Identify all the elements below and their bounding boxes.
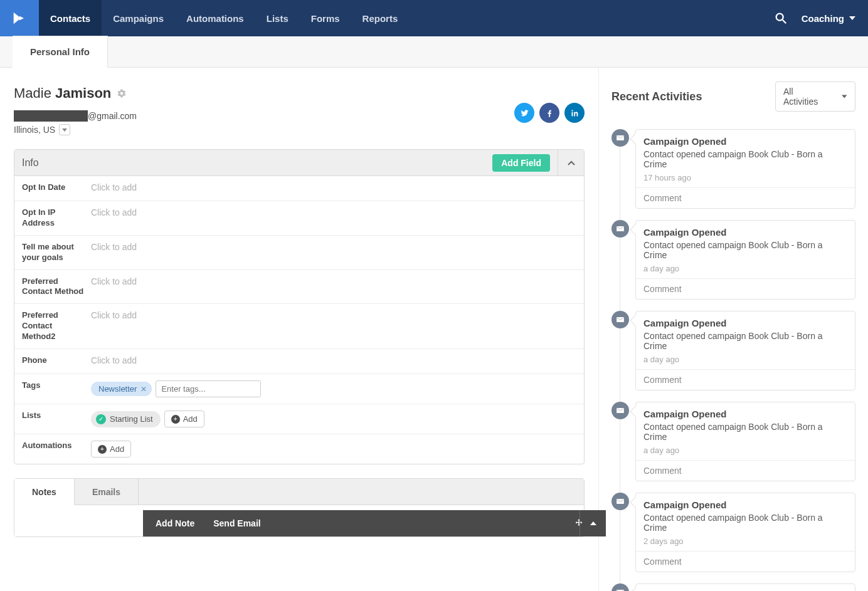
add-automation-button[interactable]: + Add (91, 441, 131, 458)
tab-personal-info[interactable]: Personal Info (13, 36, 108, 68)
info-label: Preferred Contact Method (22, 276, 91, 298)
lists-value: ✓ Starting List + Add (91, 411, 576, 427)
action-bar-right (566, 510, 593, 536)
notes-tabs: Notes Emails (14, 479, 584, 505)
nav-automations[interactable]: Automations (175, 0, 255, 36)
activity-body: Campaign OpenedContact opened campaign B… (636, 221, 855, 278)
info-value-input[interactable]: Click to add (91, 276, 576, 286)
action-bar: Add Note Send Email (143, 510, 606, 536)
twitter-icon (520, 108, 529, 118)
info-value-input[interactable]: Click to add (91, 242, 576, 252)
tag-remove-icon[interactable]: ✕ (140, 385, 147, 394)
tag-label: Newsletter (98, 384, 137, 394)
nav-right: Coaching (774, 11, 868, 25)
activity-card: Campaign Opened (635, 583, 855, 591)
send-email-button[interactable]: Send Email (213, 518, 260, 528)
contact-settings-button[interactable] (117, 89, 126, 98)
nav-items: Contacts Campaigns Automations Lists For… (39, 0, 409, 36)
comment-button[interactable]: Comment (636, 551, 855, 572)
activity-icon (611, 583, 629, 591)
contact-first-name: Madie (14, 85, 51, 101)
activity-card: Campaign OpenedContact opened campaign B… (635, 311, 855, 390)
info-value-input[interactable]: Click to add (91, 355, 576, 365)
tab-notes[interactable]: Notes (14, 479, 75, 505)
add-field-button[interactable]: Add Field (492, 154, 550, 172)
location-dropdown[interactable] (59, 124, 70, 135)
right-column: Recent Activities All Activities Campaig… (598, 68, 868, 591)
caret-up-icon (590, 521, 596, 525)
social-icons (514, 103, 585, 123)
activity-title: Campaign Opened (643, 409, 847, 419)
add-note-button[interactable]: Add Note (156, 518, 194, 528)
email-domain: @gmail.com (88, 111, 137, 121)
twitter-link[interactable] (514, 103, 534, 123)
search-icon (774, 11, 788, 25)
tag-chip[interactable]: Newsletter ✕ (91, 382, 152, 396)
list-chip[interactable]: ✓ Starting List (91, 411, 161, 427)
plus-icon: + (98, 445, 107, 454)
info-card: Info Add Field Opt In Date Click to add … (14, 149, 585, 464)
info-label: Opt In Date (22, 182, 91, 193)
nav-campaigns[interactable]: Campaigns (102, 0, 175, 36)
top-nav: Contacts Campaigns Automations Lists For… (0, 0, 868, 36)
nav-reports[interactable]: Reports (351, 0, 410, 36)
svg-point-0 (776, 14, 783, 21)
location-text: Illinois, US (14, 125, 55, 135)
tab-emails[interactable]: Emails (75, 479, 139, 505)
tag-input[interactable] (156, 380, 261, 397)
linkedin-link[interactable] (564, 103, 585, 123)
activity-icon (611, 220, 629, 238)
envelope-icon (616, 497, 625, 506)
activity-card: Campaign OpenedContact opened campaign B… (635, 402, 855, 481)
activity-icon (611, 311, 629, 328)
activity-title: Campaign Opened (643, 318, 847, 328)
envelope-icon (616, 133, 625, 142)
activity-item: Campaign OpenedContact opened campaign B… (635, 493, 855, 572)
expand-button[interactable] (580, 510, 606, 536)
email-redacted (14, 110, 88, 122)
info-value-input[interactable]: Click to add (91, 207, 576, 217)
collapse-button[interactable] (558, 150, 584, 176)
facebook-link[interactable] (539, 103, 559, 123)
activity-body: Campaign OpenedContact opened campaign B… (636, 493, 855, 551)
gear-icon (117, 89, 126, 98)
info-value-input[interactable]: Click to add (91, 182, 576, 192)
activity-item: Campaign OpenedContact opened campaign B… (635, 129, 855, 209)
info-row-opt-in-date: Opt In Date Click to add (14, 176, 584, 201)
nav-forms[interactable]: Forms (300, 0, 351, 36)
activity-desc: Contact opened campaign Book Club - Born… (643, 422, 847, 442)
check-icon: ✓ (96, 414, 106, 424)
activity-desc: Contact opened campaign Book Club - Born… (643, 149, 847, 169)
activity-timeline: Campaign OpenedContact opened campaign B… (611, 129, 855, 591)
activities-filter[interactable]: All Activities (775, 81, 855, 112)
add-list-button[interactable]: + Add (164, 411, 204, 427)
info-row-lists: Lists ✓ Starting List + Add (14, 404, 584, 434)
activity-body: Campaign OpenedContact opened campaign B… (636, 402, 855, 460)
info-card-title: Info (22, 157, 492, 169)
chevron-down-icon (62, 128, 67, 132)
comment-button[interactable]: Comment (636, 460, 855, 481)
comment-button[interactable]: Comment (636, 278, 855, 299)
caret-down-icon (842, 95, 847, 98)
activity-item: Campaign OpenedContact opened campaign B… (635, 402, 855, 481)
nav-lists[interactable]: Lists (255, 0, 300, 36)
search-button[interactable] (774, 11, 788, 25)
info-row-opt-in-ip: Opt In IP Address Click to add (14, 201, 584, 236)
activity-card: Campaign OpenedContact opened campaign B… (635, 129, 855, 209)
nav-contacts[interactable]: Contacts (39, 0, 102, 36)
activity-body: Campaign OpenedContact opened campaign B… (636, 130, 855, 187)
envelope-icon (616, 588, 625, 591)
automations-value: + Add (91, 441, 576, 458)
activity-desc: Contact opened campaign Book Club - Born… (643, 513, 847, 533)
comment-button[interactable]: Comment (636, 187, 855, 208)
logo-icon (11, 9, 28, 27)
subtabs-bar: Personal Info (0, 36, 868, 68)
info-value-input[interactable]: Click to add (91, 310, 576, 320)
logo[interactable] (0, 0, 39, 36)
activity-time: a day ago (643, 355, 847, 364)
activity-icon (611, 129, 629, 147)
account-menu[interactable]: Coaching (802, 13, 855, 24)
info-card-header: Info Add Field (14, 150, 584, 176)
comment-button[interactable]: Comment (636, 369, 855, 390)
plus-icon: + (171, 415, 180, 424)
